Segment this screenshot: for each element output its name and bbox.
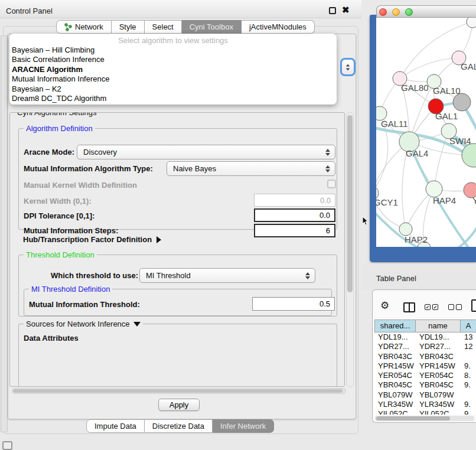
dock-panel-icon[interactable] — [2, 441, 12, 450]
tab-network[interactable]: Network — [56, 20, 112, 34]
table-row[interactable]: YBR043CYBR043C — [374, 352, 476, 361]
table-cell: 9. — [461, 400, 476, 409]
algorithm-combobox-spinner[interactable] — [340, 58, 356, 76]
table-cell: YIL052C — [374, 409, 416, 415]
table-horizontal-scrollbar[interactable] — [375, 416, 474, 421]
table-row[interactable]: YBR045CYBR045C9. — [374, 380, 476, 390]
column-header[interactable]: shared... — [374, 319, 416, 332]
table-cell: YDR27... — [374, 342, 416, 351]
table-row[interactable]: YDL19...YDL19...13 — [374, 332, 476, 342]
dpi-tolerance-label: DPI Tolerance [0,1]: — [24, 211, 94, 220]
minimize-window-icon[interactable] — [392, 8, 400, 16]
algorithm-option[interactable]: Bayesian – Hill Climbing — [9, 45, 337, 55]
algorithm-option[interactable]: ARACNE Algorithm — [9, 65, 337, 74]
screen: { "window": { "title": "Control Panel" }… — [0, 0, 476, 450]
mi-threshold-input[interactable] — [252, 297, 335, 311]
tab-infer-network[interactable]: Infer Network — [213, 419, 274, 433]
node-label-swi4: SWI4 — [449, 136, 471, 146]
table-cell: 9. — [461, 380, 476, 390]
tab-select[interactable]: Select — [145, 20, 182, 34]
table-cell: YIL052C — [416, 409, 461, 415]
node-label-gal80: GAL80 — [401, 83, 429, 93]
table-cell: YER054C — [374, 371, 416, 380]
scrollbar-thumb[interactable] — [13, 389, 343, 393]
column-header[interactable]: name — [416, 319, 461, 332]
table-rows: YDL19...YDL19...13YDR27...YDR27...12YBR0… — [374, 332, 476, 415]
tab-cyni-toolbox[interactable]: Cyni Toolbox — [182, 20, 242, 34]
algorithm-option[interactable]: Dream8 DC_TDC Algorithm — [9, 94, 337, 103]
table-cell: YBR045C — [374, 380, 416, 390]
settings-group-title: Cyni Algorithm Settings — [15, 112, 99, 117]
table-cell: YER054C — [416, 371, 461, 380]
split-columns-icon[interactable] — [403, 302, 415, 312]
tab-style[interactable]: Style — [112, 20, 145, 34]
node-hap2[interactable] — [399, 223, 412, 236]
table-cell: 9. — [461, 361, 476, 371]
scrollbar-thumb[interactable] — [376, 416, 450, 420]
aracne-mode-select[interactable]: Discovery — [77, 145, 335, 159]
node-label-hap2: HAP2 — [405, 234, 428, 244]
apply-button[interactable]: Apply — [158, 399, 200, 411]
data-attributes-label: Data Attributes — [24, 334, 79, 343]
mi-steps-input[interactable] — [254, 224, 335, 237]
hub-definition-toggle[interactable]: Hub/Transcription Factor Definition — [23, 235, 161, 244]
column-header[interactable]: A — [461, 319, 476, 332]
which-threshold-select[interactable]: MI Threshold — [139, 268, 315, 283]
settings-vertical-scrollbar[interactable] — [346, 112, 354, 387]
tab-discretize-data[interactable]: Discretize Data — [145, 419, 213, 433]
panel-splitter[interactable] — [1, 35, 8, 432]
node-label-gcy1: GCY1 — [376, 197, 398, 207]
network-view-canvas[interactable]: GALGAL80GAL10GAL1GAL11SWI4GAL4GCY1HAP4YH… — [376, 18, 476, 247]
table-row[interactable]: YIL052CYIL052C9. — [374, 409, 476, 415]
spinner-arrows-icon — [323, 165, 332, 172]
network-icon — [64, 23, 72, 31]
node-hap4[interactable] — [426, 181, 442, 197]
algorithm-option[interactable]: Basic Correlation Inference — [9, 55, 337, 64]
tab-label: Cyni Toolbox — [190, 21, 233, 34]
manual-kernel-checkbox[interactable] — [327, 180, 336, 188]
sources-group-title[interactable]: Sources for Network Inference — [24, 319, 143, 328]
mi-type-select[interactable]: Naive Bayes — [167, 161, 335, 176]
zoom-window-icon[interactable] — [405, 8, 413, 16]
select-all-checkbox-icon[interactable]: ✓✓ — [425, 304, 438, 310]
table-row[interactable]: YLR345WYLR345W9. — [374, 400, 476, 409]
control-panel-title: Control Panel — [6, 6, 53, 15]
tab-jactivemnodules[interactable]: jActiveMNodules — [242, 20, 315, 34]
table-header-row: shared...nameA — [374, 319, 476, 332]
dpi-tolerance-input[interactable] — [254, 208, 335, 222]
algorithm-option[interactable]: Bayesian – K2 — [9, 84, 337, 94]
table-cell — [461, 352, 476, 361]
close-window-icon[interactable] — [379, 8, 387, 16]
table-cell: YDL19... — [416, 332, 461, 342]
node-label-gal4: GAL4 — [406, 148, 428, 158]
table-row[interactable]: YDR27...YDR27...12 — [374, 342, 476, 351]
table-cell: 13 — [461, 332, 476, 342]
node-gray-node[interactable] — [453, 93, 471, 111]
mi-threshold-group: MI Threshold Definition Mutual Informati… — [24, 289, 332, 316]
float-window-icon[interactable] — [329, 7, 336, 14]
gear-icon[interactable]: ⚙ — [380, 301, 389, 311]
table-row[interactable]: YER054CYER054C8. — [374, 371, 476, 380]
table-row[interactable]: YBL079WYBL079W — [374, 390, 476, 400]
table-cell: YDL19... — [374, 332, 416, 342]
scrollbar-thumb[interactable] — [347, 115, 353, 292]
new-table-icon[interactable] — [471, 299, 476, 312]
network-window-titlebar[interactable] — [376, 5, 476, 18]
which-threshold-value: MI Threshold — [140, 271, 303, 280]
mi-steps-label: Mutual Information Steps: — [24, 226, 118, 235]
table-row[interactable]: YPR145WYPR145W9. — [374, 361, 476, 371]
deselect-all-checkbox-icon[interactable] — [448, 304, 462, 310]
node-label-gal11: GAL11 — [381, 119, 408, 129]
kernel-width-input[interactable] — [254, 194, 335, 207]
cyni-algorithm-settings-group: Cyni Algorithm Settings Algorithm Defini… — [9, 112, 345, 387]
close-panel-icon[interactable]: ✖ — [342, 5, 350, 15]
aracne-mode-label: Aracne Mode: — [24, 148, 74, 156]
spinner-arrows-icon — [323, 149, 332, 156]
table-cell: YDR27... — [416, 342, 461, 351]
tab-impute-data[interactable]: Impute Data — [86, 419, 145, 433]
settings-horizontal-scrollbar[interactable] — [12, 388, 346, 394]
algorithm-option[interactable]: Mutual Information Inference — [9, 74, 337, 84]
control-panel-tabs: NetworkStyleSelectCyni ToolboxjActiveMNo… — [56, 20, 315, 34]
node-top-partial[interactable] — [467, 18, 476, 28]
table-cell: YPR145W — [374, 361, 416, 371]
